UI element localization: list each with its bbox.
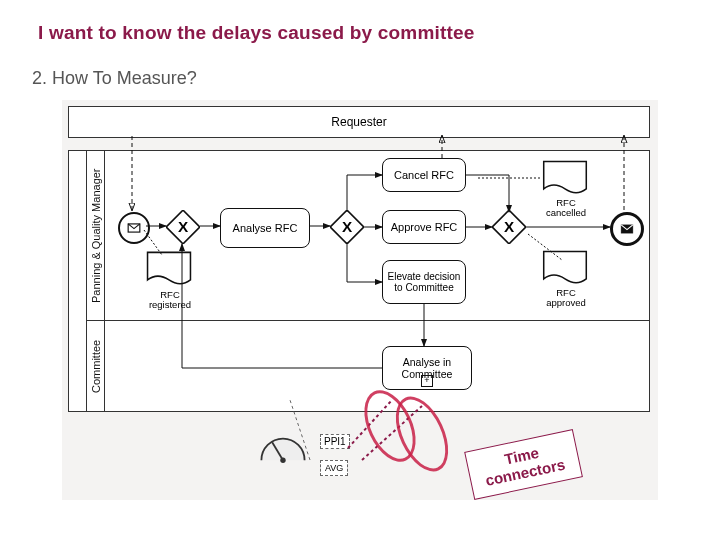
doc-rfc-approved-label: RFC approved [536,288,596,309]
bpmn-diagram: Requester Panning & Quality Manager Comm… [62,100,658,500]
task-analyse-rfc: Analyse RFC [220,208,310,248]
envelope-icon [620,222,634,236]
lane-pm-header: Panning & Quality Manager [86,150,106,322]
pool-requester-label: Requester [69,107,649,137]
gateway-decision: X [330,210,364,244]
avg-label: AVG [320,460,348,476]
subprocess-marker-icon: + [421,375,433,387]
gateway-merge: X [492,210,526,244]
gauge-icon [256,426,310,466]
task-analyse-committee: Analyse in Committee + [382,346,472,390]
svg-text:X: X [504,218,515,235]
svg-point-21 [280,457,285,462]
lane-committee-header: Committee [86,320,106,412]
doc-rfc-cancelled-label: RFC cancelled [536,198,596,219]
pool-requester: Requester [68,106,650,138]
ppi-label: PPI1 [320,434,350,449]
svg-text:X: X [178,218,189,235]
task-cancel-rfc: Cancel RFC [382,158,466,192]
section-heading: 2. How To Measure? [32,68,197,89]
svg-text:X: X [342,218,353,235]
start-message-event [118,212,150,244]
page-title: I want to know the delays caused by comm… [38,22,475,44]
doc-rfc-registered-label: RFC registered [140,290,200,311]
gateway-split: X [166,210,200,244]
task-elevate: Elevate decision to Committee [382,260,466,304]
envelope-icon [127,221,141,235]
doc-rfc-cancelled [542,160,588,198]
end-message-event [610,212,644,246]
doc-rfc-approved [542,250,588,288]
doc-rfc-registered [146,250,192,290]
annotation-time-connectors: Time connectors [464,429,583,499]
pool-main-header [68,150,88,412]
task-approve-rfc: Approve RFC [382,210,466,244]
